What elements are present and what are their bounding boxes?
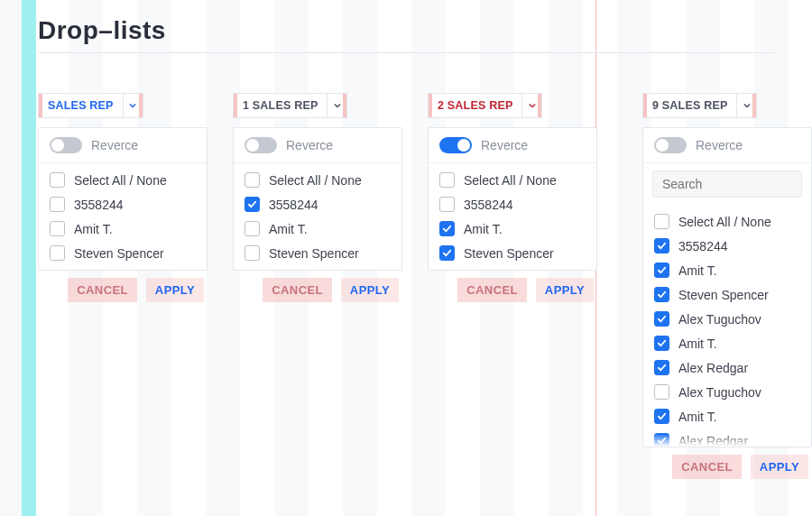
- checkbox[interactable]: [654, 384, 669, 400]
- reverse-label: Reverce: [481, 138, 528, 152]
- options-list: Select All / None3558244Amit T.Steven Sp…: [643, 205, 811, 447]
- option-label: Alex Redgar: [678, 361, 748, 375]
- checkbox[interactable]: [439, 221, 455, 236]
- option[interactable]: Amit T.: [654, 336, 800, 351]
- checkbox[interactable]: [245, 245, 260, 261]
- checkbox[interactable]: [654, 409, 669, 424]
- option-label: Amit T.: [678, 410, 717, 424]
- option-label: 3558244: [74, 198, 124, 212]
- page-title: Drop–lists: [38, 16, 774, 45]
- checkbox[interactable]: [439, 197, 455, 212]
- dropdown-trigger[interactable]: 1 SALES REP: [233, 93, 347, 118]
- dropdown-panel: ReverceSelect All / None3558244Amit T.St…: [428, 127, 597, 271]
- apply-button[interactable]: APPLY: [752, 456, 807, 477]
- dropdown-trigger[interactable]: 9 SALES REP: [642, 93, 757, 118]
- checkbox[interactable]: [654, 360, 669, 375]
- option-label: Select All / None: [678, 215, 771, 229]
- option[interactable]: Amit T.: [439, 221, 586, 236]
- dropdown-trigger-label: 2 SALES REP: [429, 94, 521, 117]
- panel-actions: CANCELAPPLY: [233, 271, 402, 304]
- panel-actions: CANCELAPPLY: [38, 271, 208, 304]
- checkbox[interactable]: [654, 214, 669, 229]
- checkbox[interactable]: [654, 311, 669, 327]
- reverse-label: Reverce: [286, 138, 333, 152]
- option-label: Steven Spencer: [74, 246, 164, 261]
- checkbox[interactable]: [50, 221, 65, 236]
- cancel-button[interactable]: CANCEL: [264, 280, 330, 300]
- cancel-button[interactable]: CANCEL: [674, 456, 740, 477]
- option-label: 3558244: [464, 198, 513, 212]
- option[interactable]: Steven Spencer: [654, 287, 800, 302]
- checkbox[interactable]: [50, 245, 65, 261]
- divider: [38, 52, 774, 53]
- reverse-toggle[interactable]: [50, 137, 82, 153]
- dropdown-trigger-label: 9 SALES REP: [643, 94, 736, 117]
- search-input[interactable]: [660, 176, 812, 192]
- option[interactable]: 3558244: [50, 197, 196, 212]
- option-label: Amit T.: [678, 336, 717, 351]
- reverse-row: Reverce: [39, 128, 207, 163]
- reverse-toggle[interactable]: [654, 137, 687, 153]
- dropdown-panel: ReverceSelect All / None3558244Amit T.St…: [642, 127, 812, 447]
- option[interactable]: Amit T.: [654, 409, 800, 424]
- reverse-row: Reverce: [643, 128, 811, 163]
- reverse-row: Reverce: [429, 128, 596, 163]
- option[interactable]: Steven Spencer: [439, 245, 586, 261]
- option-label: 3558244: [269, 198, 318, 212]
- cancel-button[interactable]: CANCEL: [459, 280, 525, 300]
- cancel-button[interactable]: CANCEL: [69, 280, 135, 300]
- option[interactable]: Amit T.: [50, 221, 196, 236]
- option-label: Steven Spencer: [464, 246, 554, 261]
- reverse-label: Reverce: [696, 138, 743, 152]
- checkbox[interactable]: [50, 172, 65, 188]
- dropdown-trigger-label: SALES REP: [39, 94, 123, 117]
- option[interactable]: 3558244: [439, 197, 586, 212]
- checkbox[interactable]: [654, 287, 669, 302]
- option-label: Alex Tuguchov: [678, 312, 761, 327]
- option-label: Select All / None: [74, 173, 167, 188]
- reverse-toggle[interactable]: [439, 137, 472, 153]
- option[interactable]: Alex Redgar: [654, 360, 800, 375]
- panel-actions: CANCELAPPLY: [428, 271, 597, 304]
- select-all-option[interactable]: Select All / None: [439, 172, 586, 188]
- apply-button[interactable]: APPLY: [538, 280, 592, 300]
- checkbox[interactable]: [245, 197, 260, 212]
- option[interactable]: Steven Spencer: [50, 245, 196, 261]
- options-list: Select All / None3558244Amit T.Steven Sp…: [39, 163, 207, 270]
- option-label: Amit T.: [678, 263, 717, 278]
- checkbox[interactable]: [654, 336, 669, 351]
- dropdown-panel: ReverceSelect All / None3558244Amit T.St…: [38, 127, 208, 271]
- checkbox[interactable]: [654, 238, 669, 253]
- reverse-label: Reverce: [91, 138, 138, 152]
- checkbox[interactable]: [654, 263, 669, 278]
- option[interactable]: Steven Spencer: [245, 245, 391, 261]
- select-all-option[interactable]: Select All / None: [245, 172, 391, 188]
- checkbox[interactable]: [439, 245, 455, 261]
- select-all-option[interactable]: Select All / None: [654, 214, 800, 229]
- option-label: 3558244: [678, 239, 728, 253]
- options-list: Select All / None3558244Amit T.Steven Sp…: [234, 163, 401, 270]
- option-label: Select All / None: [269, 173, 362, 188]
- checkbox[interactable]: [245, 172, 260, 188]
- option[interactable]: 3558244: [654, 238, 800, 253]
- option[interactable]: Amit T.: [245, 221, 391, 236]
- dropdown-panel: ReverceSelect All / None3558244Amit T.St…: [233, 127, 402, 271]
- apply-button[interactable]: APPLY: [148, 280, 202, 300]
- options-list: Select All / None3558244Amit T.Steven Sp…: [429, 163, 596, 270]
- reverse-toggle[interactable]: [245, 137, 277, 153]
- option[interactable]: 3558244: [245, 197, 391, 212]
- search-input-wrap: [652, 170, 802, 198]
- dropdown-trigger[interactable]: 2 SALES REP: [428, 93, 542, 118]
- apply-button[interactable]: APPLY: [343, 280, 397, 300]
- select-all-option[interactable]: Select All / None: [50, 172, 196, 188]
- option-label: Amit T.: [464, 222, 503, 236]
- checkbox[interactable]: [245, 221, 260, 236]
- dropdown-trigger[interactable]: SALES REP: [38, 93, 143, 118]
- option[interactable]: Amit T.: [654, 263, 800, 278]
- option[interactable]: Alex Tuguchov: [654, 311, 800, 327]
- panel-actions: CANCELAPPLY: [642, 447, 812, 481]
- checkbox[interactable]: [50, 197, 65, 212]
- option-label: Steven Spencer: [678, 288, 769, 302]
- option[interactable]: Alex Tuguchov: [654, 384, 800, 400]
- checkbox[interactable]: [439, 172, 455, 188]
